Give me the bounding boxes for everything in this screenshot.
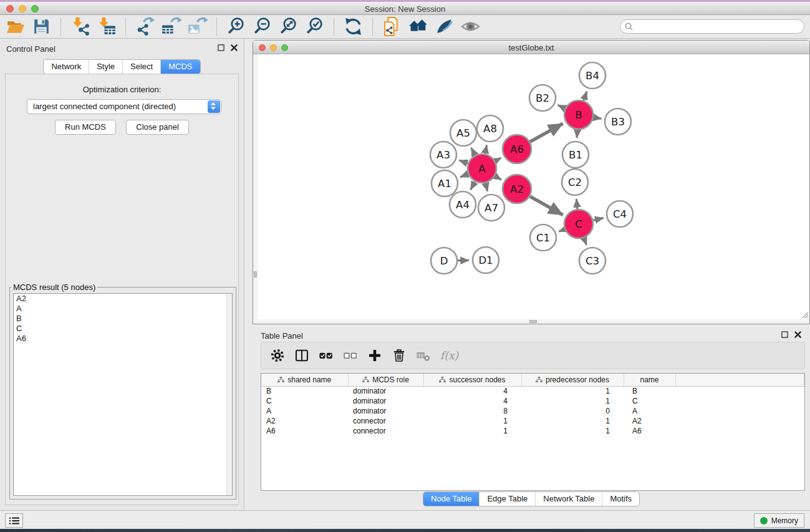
edge-C-C2[interactable] (576, 199, 577, 209)
node-D[interactable]: D (431, 248, 457, 274)
import-network-icon[interactable] (70, 16, 90, 37)
column-header-successor-nodes[interactable]: successor nodes (423, 374, 521, 386)
tab-motifs[interactable]: Motifs (602, 492, 639, 506)
close-panel-icon[interactable] (231, 44, 238, 51)
save-icon[interactable] (31, 16, 52, 37)
optimization-criterion-select[interactable]: largest connected component (directed) (27, 99, 221, 114)
resize-grip[interactable] (801, 311, 809, 319)
node-B[interactable]: B (564, 100, 593, 129)
import-table-icon[interactable] (96, 16, 117, 37)
open-folder-icon[interactable] (5, 16, 26, 37)
node-A3[interactable]: A3 (430, 142, 456, 168)
float-panel-icon[interactable] (218, 44, 224, 51)
node-A2[interactable]: A2 (503, 175, 531, 203)
edge-A2-C[interactable] (530, 196, 563, 215)
edge-A-A7[interactable] (486, 183, 488, 191)
edge-B-B4[interactable] (584, 91, 587, 100)
edge-C-C1[interactable] (559, 230, 564, 232)
edge-A6-B[interactable] (530, 123, 563, 142)
run-mcds-button[interactable]: Run MCDS (55, 120, 116, 135)
table-row[interactable]: Bdominator41B (261, 386, 804, 396)
export-image-icon[interactable] (187, 16, 208, 37)
style-preview-icon[interactable] (434, 16, 455, 37)
zoom-fit-icon[interactable] (278, 16, 299, 37)
node-B3[interactable]: B3 (605, 109, 631, 135)
list-scrollbar[interactable] (226, 294, 232, 495)
edge-B-B2[interactable] (557, 105, 565, 108)
column-header-predecessor-nodes[interactable]: predecessor nodes (521, 374, 624, 386)
edge-B-B3[interactable] (594, 117, 602, 118)
edge-A-A2[interactable] (495, 176, 501, 180)
mcds-result-item[interactable]: A2 (14, 294, 232, 304)
edge-A-A4[interactable] (471, 181, 475, 190)
edge-A-A5[interactable] (471, 148, 475, 155)
zoom-out-icon[interactable] (252, 16, 272, 37)
node-C4[interactable]: C4 (607, 201, 633, 227)
node-A6[interactable]: A6 (503, 135, 531, 163)
node-A7[interactable]: A7 (478, 195, 504, 221)
node-A1[interactable]: A1 (432, 170, 458, 196)
tab-network-table[interactable]: Network Table (535, 492, 602, 506)
network-canvas[interactable]: B4B2BB3B1A5A8A6A3AA1A2C2A4A7CC4C1C3DD1 (258, 54, 809, 319)
search-input[interactable] (620, 19, 804, 34)
tab-node-table[interactable]: Node Table (423, 492, 480, 506)
network-vertical-scrollbar[interactable] (253, 54, 258, 319)
edge-C-C4[interactable] (593, 218, 603, 220)
show-panels-button[interactable] (5, 513, 23, 528)
edge-A-A6[interactable] (495, 158, 501, 161)
mcds-result-list[interactable]: A2ABCA6 (13, 293, 233, 496)
zoom-selected-icon[interactable] (304, 16, 325, 37)
gear-icon[interactable] (270, 348, 285, 363)
table-row[interactable]: A6connector11A6 (261, 426, 804, 436)
edge-A-A8[interactable] (485, 145, 487, 153)
node-C2[interactable]: C2 (562, 169, 588, 195)
column-header-MCDS-role[interactable]: MCDS role (348, 374, 423, 386)
table-row[interactable]: Adominator80A (261, 406, 804, 416)
edge-A-A3[interactable] (459, 160, 468, 163)
node-A8[interactable]: A8 (477, 115, 503, 142)
node-C[interactable]: C (564, 210, 593, 238)
export-network-icon[interactable] (135, 16, 155, 37)
export-table-icon[interactable] (161, 16, 181, 37)
close-panel-button[interactable]: Close panel (126, 120, 189, 135)
column-header-name[interactable]: name (624, 374, 675, 386)
delete-icon[interactable] (392, 348, 407, 363)
tab-edge-table[interactable]: Edge Table (479, 492, 535, 506)
eye-icon[interactable] (460, 16, 481, 37)
duplicate-network-icon[interactable] (382, 16, 402, 37)
scrollbar-thumb[interactable] (254, 271, 257, 278)
float-panel-icon[interactable] (781, 331, 788, 338)
memory-button[interactable]: Memory (754, 513, 804, 528)
tab-style[interactable]: Style (89, 60, 122, 74)
network-window-titlebar[interactable]: testGlobe.txt (253, 41, 809, 54)
mcds-result-item[interactable]: A6 (14, 334, 232, 344)
node-C3[interactable]: C3 (579, 248, 605, 274)
zoom-in-icon[interactable] (226, 16, 246, 37)
unchecked-pair-icon[interactable] (343, 348, 358, 363)
network-horizontal-scrollbar[interactable] (253, 319, 809, 324)
edge-A-A1[interactable] (460, 174, 468, 177)
node-C1[interactable]: C1 (530, 225, 556, 251)
node-A[interactable]: A (468, 154, 496, 183)
add-icon[interactable] (367, 348, 382, 363)
table-row[interactable]: A2connector11A2 (261, 416, 804, 426)
checked-pair-icon[interactable] (319, 348, 334, 363)
tab-mcds[interactable]: MCDS (160, 60, 200, 74)
mcds-result-item[interactable]: B (14, 314, 232, 324)
scrollbar-thumb[interactable] (529, 320, 537, 323)
function-icon[interactable]: f(x) (440, 349, 458, 362)
node-B4[interactable]: B4 (579, 62, 605, 89)
edge-C-C3[interactable] (584, 238, 586, 244)
columns-icon[interactable] (294, 348, 309, 363)
tab-select[interactable]: Select (122, 60, 160, 74)
tab-network[interactable]: Network (44, 60, 89, 74)
mcds-result-item[interactable]: A (14, 304, 232, 314)
node-A4[interactable]: A4 (450, 191, 476, 218)
home-icon[interactable] (408, 16, 428, 37)
node-A5[interactable]: A5 (450, 120, 476, 146)
refresh-icon[interactable] (343, 16, 364, 37)
column-header-shared-name[interactable]: shared name (261, 374, 348, 386)
edge-B-B1[interactable] (577, 130, 577, 138)
table-row[interactable]: Cdominator41C (261, 396, 804, 406)
close-panel-icon[interactable] (794, 331, 801, 338)
